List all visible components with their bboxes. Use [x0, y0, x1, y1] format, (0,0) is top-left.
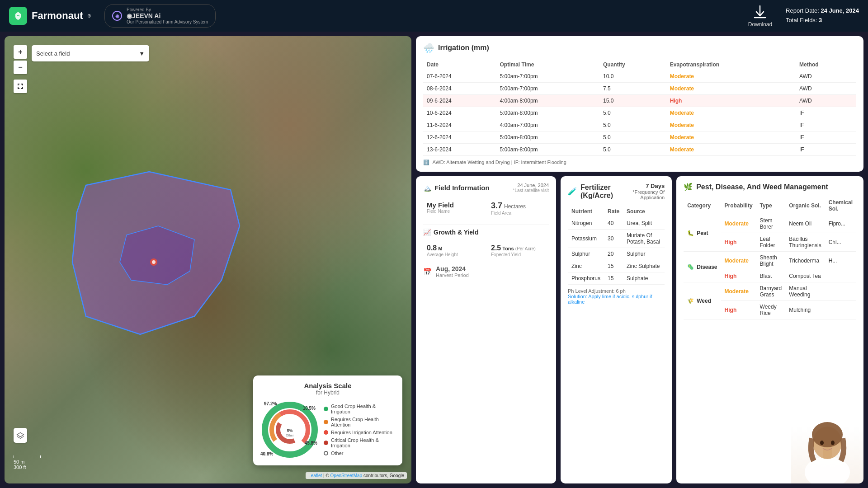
pest-prob: High: [721, 301, 756, 319]
divider: [423, 225, 549, 225]
pest-type: Leaf Folder: [756, 233, 786, 252]
irr-date: 08-6-2024: [423, 83, 496, 95]
pest-col-chemical: Chemical Sol.: [825, 197, 856, 215]
irr-evapo: Moderate: [666, 131, 796, 144]
fert-rate: 30: [604, 230, 623, 248]
field-date: 24 June, 2024: [513, 183, 549, 188]
irr-time: 5:00am-8:00pm: [496, 144, 599, 156]
irr-time: 5:00am-7:00pm: [496, 70, 599, 83]
irrigation-note-text: AWD: Alternate Wetting and Drying | IF: …: [432, 160, 566, 165]
pest-table: Category Probability Type Organic Sol. C…: [684, 197, 856, 319]
layer-button[interactable]: [14, 428, 27, 443]
jeevn-badge: ◉ Powered By ◉JEEVN Ai Our Personalized …: [104, 4, 216, 28]
irrigation-row: 09-6-2024 4:00am-8:00pm 15.0 High AWD: [423, 95, 856, 107]
zoom-in-button[interactable]: +: [14, 45, 27, 59]
pest-row: 🌾 Weed Moderate Barnyard Grass Manual We…: [684, 282, 856, 301]
fert-title-text: Fertilizer (Kg/Acre): [580, 183, 623, 200]
pest-chemical: H...: [825, 252, 856, 270]
growth-icon: 📈: [423, 229, 431, 236]
irrigation-row: 13-6-2024 5:00am-8:00pm 5.0 Moderate IF: [423, 144, 856, 156]
svg-point-14: [812, 422, 843, 447]
total-fields-value: 3: [819, 17, 822, 23]
yield-unit: Tons: [502, 246, 514, 251]
pest-panel: 🌿 Pest, Disease, And Weed Management Cat…: [676, 176, 863, 483]
legend-label-irr: Requires Irrigation Attention: [331, 430, 392, 435]
fert-footer: Ph Level Adjustment: 6 ph Solution: Appl…: [568, 288, 665, 305]
height-card: 0.8 M Average Height: [423, 240, 485, 261]
main-area: + − Select a field ▼ 50 m 300 ft Leafl: [0, 32, 868, 488]
field-name-label: Field Name: [427, 209, 481, 214]
irrigation-row: 10-6-2024 5:00am-8:00pm 5.0 Moderate IF: [423, 107, 856, 119]
fert-icon: 🧪: [568, 187, 577, 196]
irr-time: 5:00am-8:00pm: [496, 131, 599, 144]
logo-area: Farmonaut ®: [9, 7, 91, 25]
pct-408: 40.8%: [260, 451, 273, 456]
fullscreen-button[interactable]: [14, 80, 27, 93]
fert-source: Zinc Sulphate: [623, 260, 665, 272]
irr-time: 5:00am-7:00pm: [496, 83, 599, 95]
avatar-bg: [791, 402, 863, 483]
irr-time: 4:00am-8:00pm: [496, 95, 599, 107]
svg-point-11: [805, 456, 850, 483]
category-name: Pest: [697, 230, 708, 236]
irr-qty: 10.0: [599, 70, 666, 83]
analysis-title: Analysis Scale: [260, 382, 395, 389]
zoom-out-button[interactable]: −: [14, 61, 27, 74]
pest-chemical: [825, 270, 856, 282]
field-area-card: 3.7 Hectares Field Area: [487, 197, 549, 219]
report-date-value: 24 June, 2024: [821, 7, 859, 14]
pest-chemical: Chl...: [825, 233, 856, 252]
download-icon: [752, 4, 768, 20]
legend-dot-critical: [324, 441, 328, 445]
legend-dot-irr: [324, 430, 328, 435]
fert-title: 🧪 Fertilizer (Kg/Acre): [568, 183, 623, 200]
legend-item-good: Good Crop Health & Irrigation: [324, 404, 395, 414]
svg-text:Other: Other: [286, 434, 294, 437]
legend-item-crop: Requires Crop Health Attention: [324, 417, 395, 427]
map-panel: + − Select a field ▼ 50 m 300 ft Leafl: [5, 36, 411, 483]
fert-source: Sulphur: [623, 248, 665, 260]
irr-time: 4:00am-7:00pm: [496, 119, 599, 131]
irr-method: IF: [796, 131, 856, 144]
chevron-down-icon: ▼: [139, 50, 145, 57]
pest-col-organic: Organic Sol.: [785, 197, 825, 215]
irr-qty: 5.0: [599, 144, 666, 156]
fert-source: Urea, Split: [623, 217, 665, 230]
download-area[interactable]: Download: [748, 4, 772, 28]
harvest-icon: 📅: [423, 267, 432, 276]
avatar-overlay: [791, 402, 863, 483]
irr-method: AWD: [796, 83, 856, 95]
fert-freq-days: 7 Days: [623, 183, 665, 189]
pest-col-category: Category: [684, 197, 721, 215]
report-date-label: Report Date:: [786, 7, 819, 14]
field-select[interactable]: Select a field ▼: [32, 45, 149, 61]
irr-qty: 5.0: [599, 119, 666, 131]
col-method: Method: [796, 59, 856, 70]
solution-text: Solution: Apply lime if acidic, sulphur …: [568, 294, 652, 305]
irr-evapo: High: [666, 95, 796, 107]
irr-evapo: Moderate: [666, 70, 796, 83]
growth-title: 📈 Growth & Yield: [423, 229, 549, 236]
leaflet-link[interactable]: Leaflet: [308, 473, 322, 478]
irrigation-title: 🌧️ Irrigation (mm): [423, 42, 856, 53]
brand-name: Farmonaut: [32, 10, 83, 22]
pest-prob: High: [721, 233, 756, 252]
fert-rate: 40: [604, 217, 623, 230]
pest-organic: Bacillus Thuringiensis: [785, 233, 825, 252]
fert-col-source: Source: [623, 206, 665, 217]
download-label: Download: [748, 21, 772, 28]
field-panel-title: 🏔️ Field Information: [423, 184, 490, 192]
irrigation-panel: 🌧️ Irrigation (mm) Date Optimal Time Qua…: [416, 36, 863, 172]
fert-freq-label: *Frequency Of Application: [623, 189, 665, 200]
advisory-label: Our Personalized Farm Advisory System: [127, 19, 208, 24]
osm-link[interactable]: OpenStreetMap: [330, 473, 363, 478]
field-area-unit: Hectares: [504, 203, 526, 210]
info-icon: ℹ️: [423, 160, 429, 165]
header: Farmonaut ® ◉ Powered By ◉JEEVN Ai Our P…: [0, 0, 868, 32]
legend-label-crop: Requires Crop Health Attention: [331, 417, 395, 427]
fert-freq-area: 7 Days *Frequency Of Application: [623, 183, 665, 200]
irrigation-row: 11-6-2024 4:00am-7:00pm 5.0 Moderate IF: [423, 119, 856, 131]
legend-label-critical: Critical Crop Health & Irrigation: [331, 437, 395, 448]
fert-source: Muriate Of Potash, Basal: [623, 230, 665, 248]
category-name: Disease: [697, 264, 717, 270]
